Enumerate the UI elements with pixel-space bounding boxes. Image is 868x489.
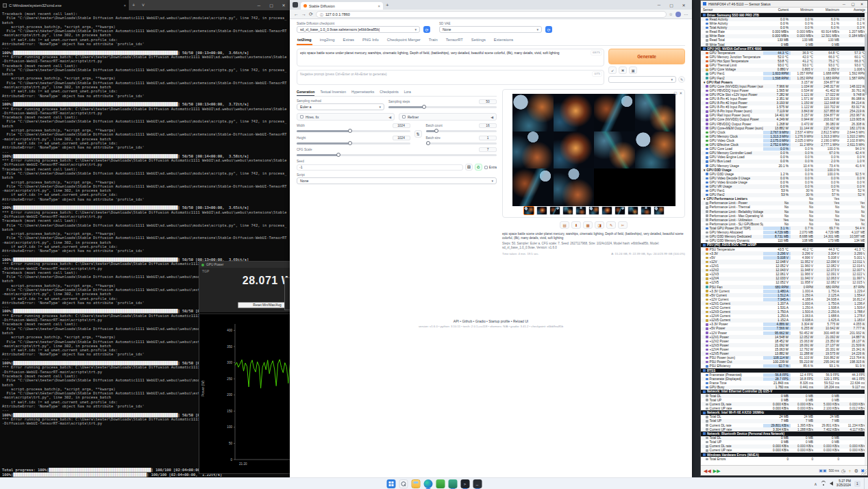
- sampling-steps-slider[interactable]: Sampling steps50: [388, 99, 497, 110]
- sensor-row[interactable]: GPU D3D Usage1.2 %0.0 %100.0 %92.5 %: [701, 172, 867, 176]
- address-bar[interactable]: ⓘ 127.0.0.1:7860: [316, 11, 667, 18]
- sensor-row[interactable]: GPU Thermal Limit93.0 °C93.0 °C93.0 °C93…: [701, 64, 867, 68]
- gallery-thumbnail[interactable]: [549, 206, 560, 215]
- gallery-image[interactable]: [512, 168, 554, 206]
- sensor-row[interactable]: +12V2 Power18.452 W15.063 W23.350 W18.13…: [701, 339, 867, 343]
- sensor-row[interactable]: GPU FBVDDQ Input Power1.565 W0.534 W41.4…: [701, 88, 867, 92]
- send-to-inpaint-button[interactable]: ✎: [606, 221, 616, 229]
- tab-extras[interactable]: Extras: [343, 36, 355, 45]
- output-gallery[interactable]: ▢ ✕: [502, 89, 685, 218]
- browser-tab[interactable]: Stable Diffusion ×: [301, 2, 383, 10]
- tab-tensorrt[interactable]: TensorRT: [445, 36, 464, 45]
- slider-handle[interactable]: [426, 141, 430, 145]
- maximize-button[interactable]: ▢: [265, 0, 277, 10]
- clear-prompt-button[interactable]: ✖: [619, 66, 627, 74]
- gallery-thumbnail[interactable]: [654, 206, 665, 215]
- subtab-hypernetworks[interactable]: Hypernetworks: [351, 89, 374, 96]
- slider-handle[interactable]: [348, 129, 352, 133]
- start-button[interactable]: [386, 479, 395, 488]
- gallery-close-icon[interactable]: ✕: [679, 91, 682, 95]
- column-header-minimum[interactable]: Minimum: [791, 8, 815, 12]
- sensor-row[interactable]: Total GPU Power [% of TDP]3.1 %0.7 %69.7…: [701, 226, 867, 230]
- checkpoint-dropdown[interactable]: sd_xl_base_1.0_0.9vae.safetensors [e6bb9…: [297, 26, 420, 33]
- back-button[interactable]: ←: [294, 12, 299, 16]
- save-zip-button[interactable]: ▦: [583, 221, 593, 229]
- sensor-row[interactable]: GPU Bus Load0.0 %0.0 %2.0 %1.0 %: [701, 160, 867, 164]
- browser-menu-icon[interactable]: ⋯: [684, 12, 688, 16]
- sensor-row[interactable]: +5V Power7.566 W6.255 W10.642 W7.777 W: [701, 327, 867, 331]
- maximize-button[interactable]: ▢: [666, 3, 677, 8]
- gallery-image[interactable]: [554, 131, 595, 169]
- sensor-row[interactable]: +12V3 Current1.750 A1.500 A2.250 A1.788 …: [701, 310, 867, 314]
- sensor-row[interactable]: GPU Memory Allocated4,729 MB2,070 MB4,72…: [701, 230, 867, 234]
- gallery-thumbnail[interactable]: [588, 206, 599, 215]
- slider-track[interactable]: [388, 106, 497, 108]
- sensor-table-header[interactable]: SensorCurrentMinimumMaximumAverage: [701, 8, 867, 13]
- logging-icon[interactable]: ＋: [847, 468, 852, 473]
- sensor-row[interactable]: GPU Rail Input Power (sum)14.401 W3.157 …: [701, 114, 867, 118]
- gallery-thumbnail[interactable]: [615, 206, 625, 215]
- sensor-row[interactable]: Current UP rate0.000 KB/s0.000 KB/s0.000…: [701, 449, 867, 453]
- negative-prompt-input[interactable]: Negative prompt (press Ctrl+Enter or Alt…: [297, 70, 604, 85]
- sensor-row[interactable]: Write Activity0.0 %0.0 %3.1 %0.1 %: [701, 21, 867, 25]
- generate-button[interactable]: Generate: [608, 49, 685, 64]
- wifi-icon[interactable]: [821, 481, 826, 486]
- sensor-row[interactable]: +12V4 Power15.063 W12.792 W20.331 W15.34…: [701, 347, 867, 351]
- tab-settings[interactable]: Settings: [471, 36, 486, 45]
- file-explorer-button[interactable]: [411, 479, 420, 488]
- gallery-thumbnail[interactable]: [536, 206, 547, 215]
- sensor-row[interactable]: GPU Effective Clock2,752.6 MHz11.2 MHz2,…: [701, 143, 867, 147]
- slider-track[interactable]: [297, 154, 497, 156]
- edit-styles-button[interactable]: ✎: [678, 76, 685, 83]
- sensor-row[interactable]: +3.3V Power4.886 W3.304 W5.775 W4.055 W: [701, 323, 867, 327]
- settings-gear-icon[interactable]: ⚙: [854, 468, 858, 473]
- sensor-row[interactable]: +12V512.052 V11.958 V12.082 V12.015 V: [701, 281, 867, 285]
- sensor-row[interactable]: GPU Core Load0.0 %0.0 %100.0 %94.0 %: [701, 147, 867, 151]
- slider-handle[interactable]: [336, 153, 340, 157]
- extra-seed-checkbox[interactable]: Extra: [484, 166, 497, 169]
- apply-styles-button[interactable]: ▣: [629, 66, 637, 74]
- remote-monitor-icon[interactable]: ▣▣: [819, 468, 826, 473]
- sensor-row[interactable]: +12V Power95.662 W50.452 W300.445 W201.9…: [701, 331, 867, 335]
- sensor-row[interactable]: Read Activity0.0 %0.0 %6.0 %0.2 %: [701, 17, 867, 21]
- profile-avatar[interactable]: [675, 12, 681, 17]
- notification-bell[interactable]: 1: [854, 481, 860, 487]
- sensor-row[interactable]: PSU Efficiency92.7 %85.6 %93.1 %91.9 %: [701, 364, 867, 368]
- slider-handle[interactable]: [422, 105, 426, 109]
- slider-value-input[interactable]: 7: [479, 147, 497, 152]
- sensor-row[interactable]: Read Rate0.000 MB/s0.000 MB/s60.914 MB/s…: [701, 30, 867, 34]
- new-tab-button[interactable]: +: [386, 2, 389, 8]
- slider-value-input[interactable]: 16: [479, 123, 497, 128]
- scrollbar-thumb[interactable]: [865, 34, 867, 95]
- tab-txt2img[interactable]: txt2img: [297, 36, 312, 45]
- gallery-image[interactable]: [512, 94, 554, 131]
- slider-value-input[interactable]: 1024: [393, 136, 410, 140]
- sensor-row[interactable]: GPU 8-Pin #2 Input Power3.193 W1.150 W11…: [701, 101, 867, 105]
- terminal-app-button[interactable]: [460, 479, 469, 488]
- gallery-image[interactable]: [594, 131, 635, 169]
- sensor-row[interactable]: Current DL rate29.801 KB/s1.395 KB/s29.8…: [701, 423, 867, 427]
- tab-img2img[interactable]: img2img: [319, 36, 336, 45]
- sensor-row[interactable]: GPU 8-Pin Input Power (sum)7.119 W3.843 …: [701, 110, 867, 114]
- resize-grip[interactable]: [861, 469, 867, 475]
- tab-extensions[interactable]: Extensions: [493, 36, 514, 45]
- edge-browser-button[interactable]: [423, 479, 432, 488]
- slider-track[interactable]: [426, 130, 497, 132]
- collapse-all-icon[interactable]: ◀◀: [704, 468, 711, 473]
- expand-left-icon[interactable]: ◀: [388, 115, 391, 119]
- sensor-row[interactable]: GPU VR Usage0.0 %0.0 %0.0 %0.0 %: [701, 184, 867, 188]
- styles-dropdown[interactable]: ▾: [608, 76, 676, 83]
- sensor-row[interactable]: +12V2 Current1.531 A1.250 A1.938 A1.509 …: [701, 305, 867, 310]
- stable-diffusion-app-button[interactable]: [436, 479, 445, 488]
- close-button[interactable]: ✕: [277, 0, 290, 10]
- hidden-icons-chevron[interactable]: ∧: [814, 481, 817, 486]
- footer-link-startup-profile[interactable]: Startup profile: [488, 319, 510, 323]
- site-info-icon[interactable]: ⓘ: [320, 12, 323, 16]
- sensor-row[interactable]: +3.3V3.296 V3.296 V3.304 V3.299 V: [701, 251, 867, 255]
- expand-left-icon[interactable]: ◀: [491, 115, 493, 119]
- cfg-scale-slider[interactable]: CFG Scale7: [297, 147, 497, 156]
- sensor-row[interactable]: GPU Video Engine Load0.0 %0.0 %0.0 %0.0 …: [701, 155, 867, 160]
- refresh-vae-button[interactable]: ⟳: [545, 26, 552, 33]
- sensor-row[interactable]: +5V Current1.512 A1.250 A2.125 A1.554 A: [701, 293, 867, 297]
- column-header-current[interactable]: Current: [763, 8, 791, 12]
